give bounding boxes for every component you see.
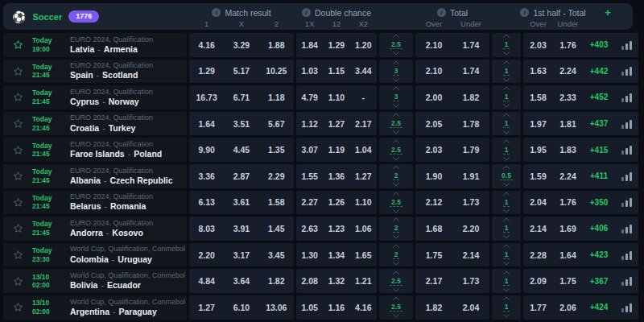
total-line-up-icon[interactable] (394, 60, 398, 65)
odd-x2[interactable]: 1.20 (350, 40, 377, 50)
odd-total-over[interactable]: 2.00 (415, 93, 452, 102)
odd-half-over[interactable]: 1.95 (523, 145, 553, 155)
odd-away-win[interactable]: 3.45 (259, 250, 294, 260)
total-line-down-icon[interactable] (394, 208, 398, 213)
stats-bars-icon[interactable] (615, 224, 638, 233)
odd-total-over[interactable]: 2.10 (415, 66, 452, 76)
odd-x2[interactable]: 1.10 (350, 197, 377, 207)
odd-total-over[interactable]: 2.03 (415, 145, 452, 155)
half-line-down-icon[interactable] (504, 103, 509, 108)
odd-half-under[interactable]: 1.81 (553, 119, 583, 129)
odd-draw[interactable]: 3.91 (224, 224, 258, 233)
favorite-star-icon[interactable] (13, 39, 32, 50)
odd-12[interactable]: 1.36 (323, 171, 349, 181)
odd-home-win[interactable]: 3.36 (189, 171, 224, 181)
info-icon[interactable]: i (520, 8, 529, 17)
total-line-down-icon[interactable] (394, 103, 398, 108)
odd-half-under[interactable]: 2.24 (553, 66, 583, 76)
odd-total-under[interactable]: 2.20 (452, 224, 489, 233)
match-info-cell[interactable]: Today 21:45 EURO 2024, Qualification Cyp… (3, 85, 187, 109)
odd-half-over[interactable]: 1.59 (523, 171, 553, 181)
odd-home-win[interactable]: 1.64 (189, 119, 224, 129)
half-line-up-icon[interactable] (504, 86, 509, 91)
odd-draw[interactable]: 6.10 (224, 303, 258, 312)
match-info-cell[interactable]: Today 21:45 EURO 2024, Qualification Bel… (3, 191, 187, 215)
odd-x2[interactable]: - (350, 93, 377, 102)
odd-total-over[interactable]: 1.68 (415, 224, 452, 233)
total-line-down-icon[interactable] (394, 51, 398, 56)
odd-home-win[interactable]: 9.90 (189, 145, 224, 155)
add-market-button[interactable]: + (605, 7, 611, 18)
half-line-down-icon[interactable] (504, 51, 509, 56)
half-line-down-icon[interactable] (504, 130, 509, 134)
odd-draw[interactable]: 3.64 (224, 276, 258, 286)
half-line-up-icon[interactable] (504, 34, 509, 39)
odd-draw[interactable]: 5.17 (224, 66, 258, 76)
odd-1x[interactable]: 1.12 (296, 119, 323, 129)
odd-home-win[interactable]: 1.29 (189, 66, 224, 76)
odd-12[interactable]: 1.32 (323, 276, 349, 286)
odd-away-win[interactable]: 13.06 (259, 303, 294, 312)
stats-bars-icon[interactable] (615, 66, 638, 76)
odd-total-over[interactable]: 2.12 (415, 197, 452, 207)
stats-bars-icon[interactable] (615, 276, 638, 286)
odd-home-win[interactable]: 2.20 (189, 250, 224, 260)
odd-1x[interactable]: 2.63 (296, 224, 323, 233)
total-line-value[interactable]: 2.5 (390, 198, 402, 207)
total-line-down-icon[interactable] (394, 156, 398, 161)
odd-half-over[interactable]: 2.04 (523, 197, 553, 207)
odd-x2[interactable]: 1.21 (350, 276, 377, 286)
info-icon[interactable]: i (437, 8, 446, 17)
boost-value[interactable]: +406 (583, 224, 615, 233)
odd-total-over[interactable]: 1.75 (415, 250, 452, 260)
total-line-down-icon[interactable] (394, 234, 398, 239)
half-line-value[interactable]: 1 (503, 198, 510, 207)
boost-value[interactable]: +423 (583, 250, 615, 259)
half-line-up-icon[interactable] (504, 139, 509, 144)
total-line-down-icon[interactable] (394, 182, 398, 187)
boost-value[interactable]: +350 (583, 198, 615, 207)
odd-half-over[interactable]: 1.58 (523, 93, 553, 102)
odd-half-over[interactable]: 2.03 (523, 40, 553, 50)
odd-draw[interactable]: 3.29 (224, 40, 258, 50)
favorite-star-icon[interactable] (13, 171, 32, 181)
odd-half-over[interactable]: 1.63 (523, 66, 553, 76)
odd-half-under[interactable]: 1.64 (553, 250, 583, 260)
odd-draw[interactable]: 2.87 (224, 171, 258, 181)
total-line-up-icon[interactable] (394, 244, 398, 249)
odd-x2[interactable]: 3.44 (350, 66, 377, 76)
odd-half-over[interactable]: 1.77 (523, 303, 553, 312)
odd-total-over[interactable]: 1.82 (415, 303, 452, 312)
favorite-star-icon[interactable] (13, 118, 32, 129)
odd-total-under[interactable]: 1.74 (452, 66, 489, 76)
odd-1x[interactable]: 1.84 (296, 40, 323, 50)
odd-away-win[interactable]: 1.88 (259, 40, 294, 50)
odd-x2[interactable]: 1.65 (350, 250, 377, 260)
odd-half-under[interactable]: 1.83 (553, 145, 583, 155)
half-line-down-icon[interactable] (504, 208, 509, 213)
half-line-down-icon[interactable] (504, 234, 509, 239)
half-line-up-icon[interactable] (504, 113, 509, 118)
odd-total-under[interactable]: 1.78 (452, 119, 489, 129)
total-line-up-icon[interactable] (394, 296, 398, 301)
favorite-star-icon[interactable] (13, 197, 32, 208)
odd-x2[interactable]: 2.17 (350, 119, 377, 129)
odd-1x[interactable]: 4.79 (296, 93, 323, 102)
odd-12[interactable]: 1.16 (323, 303, 349, 312)
stats-bars-icon[interactable] (615, 119, 638, 129)
match-info-cell[interactable]: Today 19:00 EURO 2024, Qualification Lat… (3, 33, 187, 57)
favorite-star-icon[interactable] (13, 66, 32, 76)
info-icon[interactable]: i (212, 8, 221, 17)
odd-half-under[interactable]: 1.76 (553, 40, 583, 50)
odd-half-under[interactable]: 1.76 (553, 197, 583, 207)
total-line-up-icon[interactable] (394, 270, 398, 275)
favorite-star-icon[interactable] (13, 145, 32, 155)
half-line-value[interactable]: 1 (503, 146, 510, 155)
total-line-value[interactable]: 3 (393, 67, 400, 76)
odd-1x[interactable]: 1.55 (296, 171, 323, 181)
match-info-cell[interactable]: Today 23:30 World Cup, Qualification, Co… (3, 243, 187, 267)
odd-1x[interactable]: 1.03 (296, 66, 323, 76)
half-line-down-icon[interactable] (504, 156, 509, 161)
boost-value[interactable]: +452 (583, 93, 615, 101)
stats-bars-icon[interactable] (615, 197, 638, 207)
